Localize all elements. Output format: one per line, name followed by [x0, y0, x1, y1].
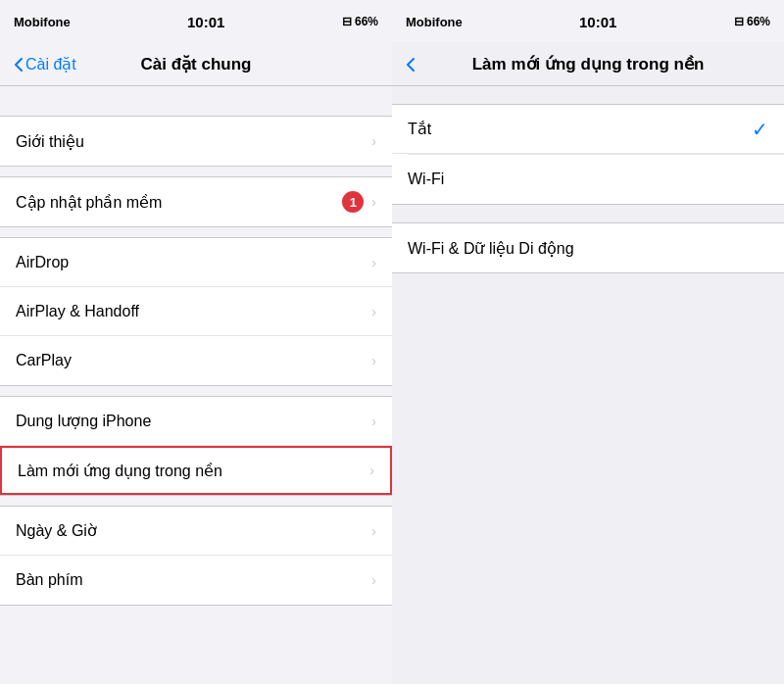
label-carplay: CarPlay — [16, 352, 72, 369]
carrier-right: Mobifone — [406, 15, 463, 29]
option-item-wifi-data[interactable]: Wi-Fi & Dữ liệu Di động — [392, 223, 784, 272]
status-bar-left: Mobifone 10:01 ⊟ 66% — [0, 0, 392, 43]
chevron-icon-cap-nhat: › — [371, 194, 376, 210]
right-gioi-thieu: › — [371, 133, 376, 149]
left-panel: Mobifone 10:01 ⊟ 66% Cài đặt Cài đặt chu… — [0, 0, 392, 684]
status-bar-right: Mobifone 10:01 ⊟ 66% — [392, 0, 784, 43]
option-item-tat[interactable]: Tắt ✓ — [392, 105, 784, 154]
label-airplay: AirPlay & Handoff — [16, 303, 139, 320]
options-group-other: Wi-Fi & Dữ liệu Di động — [392, 222, 784, 273]
nav-title-left: Cài đặt chung — [141, 54, 252, 74]
list-item-gioi-thieu[interactable]: Giới thiệu › — [0, 117, 392, 166]
right-carplay: › — [371, 353, 376, 368]
right-airplay: › — [371, 304, 376, 319]
right-cap-nhat: 1 › — [342, 191, 376, 213]
badge-cap-nhat: 1 — [342, 191, 364, 213]
right-ngay-gio: › — [371, 523, 376, 539]
right-ban-phim: › — [371, 572, 376, 588]
chevron-icon-ngay-gio: › — [371, 523, 376, 539]
nav-bar-right: Làm mới ứng dụng trong nền — [392, 43, 784, 86]
right-lam-moi: › — [369, 463, 374, 478]
carrier-left: Mobifone — [14, 15, 71, 29]
option-item-wifi[interactable]: Wi-Fi — [392, 155, 784, 204]
battery-icon-right: ⊟ 66% — [734, 15, 770, 28]
chevron-icon-airplay: › — [371, 304, 376, 319]
status-icons-right: ⊟ 66% — [734, 15, 770, 28]
back-button-left[interactable]: Cài đặt — [14, 55, 76, 73]
right-panel: Mobifone 10:01 ⊟ 66% Làm mới ứng dụng tr… — [392, 0, 784, 684]
settings-group-4: Dung lượng iPhone › Làm mới ứng dụng tro… — [0, 396, 392, 496]
options-group-selected: Tắt ✓ Wi-Fi — [392, 104, 784, 205]
nav-title-right: Làm mới ứng dụng trong nền — [472, 54, 705, 74]
label-cap-nhat: Cập nhật phần mềm — [16, 193, 162, 212]
back-button-right[interactable] — [406, 57, 416, 73]
chevron-icon-lam-moi: › — [369, 463, 374, 478]
chevron-left-icon-right — [406, 57, 416, 73]
settings-group-3: AirDrop › AirPlay & Handoff › CarPlay › — [0, 237, 392, 386]
right-dung-luong: › — [371, 414, 376, 429]
back-label-left: Cài đặt — [25, 55, 76, 73]
list-item-dung-luong[interactable]: Dung lượng iPhone › — [0, 397, 392, 446]
list-item-airdrop[interactable]: AirDrop › — [0, 238, 392, 287]
label-tat: Tắt — [408, 120, 431, 138]
chevron-icon-dung-luong: › — [371, 414, 376, 429]
chevron-icon-carplay: › — [371, 353, 376, 368]
label-wifi-data: Wi-Fi & Dữ liệu Di động — [408, 239, 574, 258]
label-gioi-thieu: Giới thiệu — [16, 132, 84, 151]
settings-group-5: Ngày & Giờ › Bàn phím › — [0, 506, 392, 606]
chevron-icon-ban-phim: › — [371, 572, 376, 588]
chevron-left-icon — [14, 57, 24, 73]
checkmark-tat: ✓ — [752, 118, 768, 141]
list-content-right: Tắt ✓ Wi-Fi Wi-Fi & Dữ liệu Di động — [392, 86, 784, 684]
settings-group-2: Cập nhật phần mềm 1 › — [0, 176, 392, 227]
status-icons-left: ⊟ 66% — [342, 15, 378, 28]
list-item-lam-moi[interactable]: Làm mới ứng dụng trong nền › — [0, 446, 392, 495]
list-content-left: Giới thiệu › Cập nhật phần mềm 1 › AirDr… — [0, 86, 392, 684]
label-ban-phim: Bàn phím — [16, 571, 82, 589]
time-left: 10:01 — [187, 14, 224, 30]
settings-group-1: Giới thiệu › — [0, 116, 392, 167]
list-item-carplay[interactable]: CarPlay › — [0, 336, 392, 385]
label-airdrop: AirDrop — [16, 254, 69, 271]
list-item-cap-nhat[interactable]: Cập nhật phần mềm 1 › — [0, 177, 392, 226]
list-item-airplay[interactable]: AirPlay & Handoff › — [0, 287, 392, 336]
battery-icon-left: ⊟ 66% — [342, 15, 378, 28]
label-wifi: Wi-Fi — [408, 171, 444, 188]
time-right: 10:01 — [579, 14, 616, 30]
chevron-icon-airdrop: › — [371, 255, 376, 270]
right-airdrop: › — [371, 255, 376, 270]
chevron-icon-gioi-thieu: › — [371, 133, 376, 149]
label-lam-moi: Làm mới ứng dụng trong nền — [18, 462, 222, 480]
label-dung-luong: Dung lượng iPhone — [16, 412, 151, 430]
label-ngay-gio: Ngày & Giờ — [16, 521, 97, 540]
list-item-ngay-gio[interactable]: Ngày & Giờ › — [0, 507, 392, 556]
list-item-ban-phim[interactable]: Bàn phím › — [0, 556, 392, 605]
nav-bar-left: Cài đặt Cài đặt chung — [0, 43, 392, 86]
